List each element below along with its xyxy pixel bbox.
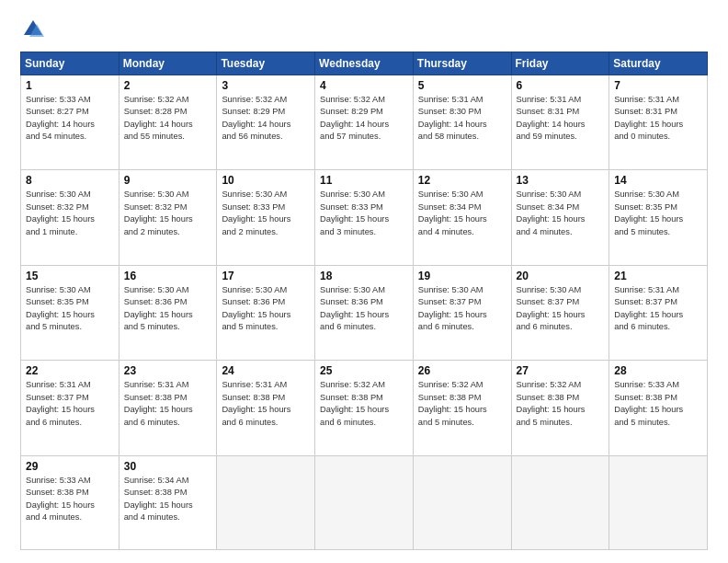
calendar-cell: 15 Sunrise: 5:30 AMSunset: 8:35 PMDaylig…	[21, 265, 119, 360]
day-header-monday: Monday	[119, 52, 217, 75]
day-number: 7	[614, 79, 702, 92]
day-info: Sunrise: 5:30 AMSunset: 8:36 PMDaylight:…	[222, 284, 310, 334]
day-number: 14	[614, 174, 702, 187]
day-number: 11	[320, 174, 408, 187]
calendar-cell	[413, 455, 511, 549]
week-row-3: 15 Sunrise: 5:30 AMSunset: 8:35 PMDaylig…	[21, 265, 708, 360]
calendar-cell	[315, 455, 414, 549]
day-info: Sunrise: 5:32 AMSunset: 8:38 PMDaylight:…	[517, 379, 605, 429]
calendar-cell: 4 Sunrise: 5:32 AMSunset: 8:29 PMDayligh…	[315, 75, 414, 170]
day-info: Sunrise: 5:30 AMSunset: 8:36 PMDaylight:…	[320, 284, 408, 334]
calendar-cell: 17 Sunrise: 5:30 AMSunset: 8:36 PMDaylig…	[217, 265, 315, 360]
calendar-cell: 26 Sunrise: 5:32 AMSunset: 8:38 PMDaylig…	[413, 361, 511, 455]
day-info: Sunrise: 5:33 AMSunset: 8:38 PMDaylight:…	[26, 475, 114, 524]
calendar-cell: 23 Sunrise: 5:31 AMSunset: 8:38 PMDaylig…	[119, 361, 217, 455]
calendar-cell: 27 Sunrise: 5:32 AMSunset: 8:38 PMDaylig…	[511, 361, 609, 455]
day-number: 19	[418, 270, 506, 282]
calendar-cell: 9 Sunrise: 5:30 AMSunset: 8:32 PMDayligh…	[119, 170, 217, 265]
day-number: 23	[124, 364, 212, 377]
week-row-4: 22 Sunrise: 5:31 AMSunset: 8:37 PMDaylig…	[21, 361, 708, 455]
day-number: 26	[418, 364, 506, 377]
day-number: 13	[517, 174, 605, 187]
day-info: Sunrise: 5:32 AMSunset: 8:29 PMDaylight:…	[222, 94, 310, 144]
calendar-cell: 25 Sunrise: 5:32 AMSunset: 8:38 PMDaylig…	[315, 361, 414, 455]
calendar-cell	[217, 455, 315, 549]
week-row-2: 8 Sunrise: 5:30 AMSunset: 8:32 PMDayligh…	[21, 170, 708, 265]
day-number: 18	[320, 270, 408, 282]
day-info: Sunrise: 5:30 AMSunset: 8:35 PMDaylight:…	[614, 189, 702, 238]
calendar-header-row: SundayMondayTuesdayWednesdayThursdayFrid…	[21, 52, 708, 75]
header	[20, 17, 708, 42]
day-info: Sunrise: 5:30 AMSunset: 8:32 PMDaylight:…	[124, 189, 212, 238]
day-number: 22	[26, 364, 114, 377]
day-info: Sunrise: 5:30 AMSunset: 8:37 PMDaylight:…	[418, 284, 506, 334]
calendar-cell: 29 Sunrise: 5:33 AMSunset: 8:38 PMDaylig…	[21, 455, 119, 549]
day-number: 17	[222, 270, 310, 282]
calendar-cell: 2 Sunrise: 5:32 AMSunset: 8:28 PMDayligh…	[119, 75, 217, 170]
logo	[20, 17, 50, 42]
calendar-cell: 5 Sunrise: 5:31 AMSunset: 8:30 PMDayligh…	[413, 75, 511, 170]
day-number: 29	[26, 460, 114, 473]
calendar-cell: 3 Sunrise: 5:32 AMSunset: 8:29 PMDayligh…	[217, 75, 315, 170]
day-number: 16	[124, 270, 212, 282]
day-header-sunday: Sunday	[21, 52, 119, 75]
calendar-cell: 14 Sunrise: 5:30 AMSunset: 8:35 PMDaylig…	[609, 170, 708, 265]
day-header-friday: Friday	[511, 52, 609, 75]
day-number: 27	[517, 364, 605, 377]
week-row-1: 1 Sunrise: 5:33 AMSunset: 8:27 PMDayligh…	[21, 75, 708, 170]
day-info: Sunrise: 5:31 AMSunset: 8:30 PMDaylight:…	[418, 94, 506, 144]
day-number: 8	[26, 174, 114, 187]
day-header-tuesday: Tuesday	[217, 52, 315, 75]
week-row-5: 29 Sunrise: 5:33 AMSunset: 8:38 PMDaylig…	[21, 455, 708, 549]
calendar-cell: 28 Sunrise: 5:33 AMSunset: 8:38 PMDaylig…	[609, 361, 708, 455]
day-info: Sunrise: 5:30 AMSunset: 8:33 PMDaylight:…	[320, 189, 408, 238]
day-header-thursday: Thursday	[413, 52, 511, 75]
page: SundayMondayTuesdayWednesdayThursdayFrid…	[0, 0, 728, 563]
day-info: Sunrise: 5:31 AMSunset: 8:31 PMDaylight:…	[517, 94, 605, 144]
day-info: Sunrise: 5:30 AMSunset: 8:34 PMDaylight:…	[517, 189, 605, 238]
day-header-wednesday: Wednesday	[315, 52, 414, 75]
day-info: Sunrise: 5:31 AMSunset: 8:31 PMDaylight:…	[614, 94, 702, 144]
day-number: 1	[26, 79, 114, 92]
day-number: 10	[222, 174, 310, 187]
day-number: 25	[320, 364, 408, 377]
day-info: Sunrise: 5:32 AMSunset: 8:28 PMDaylight:…	[124, 94, 212, 144]
logo-icon	[20, 17, 46, 42]
day-number: 28	[614, 364, 702, 377]
day-info: Sunrise: 5:31 AMSunset: 8:37 PMDaylight:…	[614, 284, 702, 334]
calendar-cell: 8 Sunrise: 5:30 AMSunset: 8:32 PMDayligh…	[21, 170, 119, 265]
day-number: 15	[26, 270, 114, 282]
day-info: Sunrise: 5:33 AMSunset: 8:38 PMDaylight:…	[614, 379, 702, 429]
calendar-cell: 6 Sunrise: 5:31 AMSunset: 8:31 PMDayligh…	[511, 75, 609, 170]
day-info: Sunrise: 5:30 AMSunset: 8:34 PMDaylight:…	[418, 189, 506, 238]
day-number: 12	[418, 174, 506, 187]
calendar-cell: 13 Sunrise: 5:30 AMSunset: 8:34 PMDaylig…	[511, 170, 609, 265]
day-info: Sunrise: 5:30 AMSunset: 8:35 PMDaylight:…	[26, 284, 114, 334]
day-number: 24	[222, 364, 310, 377]
day-info: Sunrise: 5:32 AMSunset: 8:38 PMDaylight:…	[320, 379, 408, 429]
calendar-cell: 22 Sunrise: 5:31 AMSunset: 8:37 PMDaylig…	[21, 361, 119, 455]
calendar-body: 1 Sunrise: 5:33 AMSunset: 8:27 PMDayligh…	[21, 75, 708, 550]
calendar-cell: 21 Sunrise: 5:31 AMSunset: 8:37 PMDaylig…	[609, 265, 708, 360]
calendar-cell	[511, 455, 609, 549]
day-header-saturday: Saturday	[609, 52, 708, 75]
day-number: 5	[418, 79, 506, 92]
day-info: Sunrise: 5:30 AMSunset: 8:37 PMDaylight:…	[517, 284, 605, 334]
calendar-cell: 24 Sunrise: 5:31 AMSunset: 8:38 PMDaylig…	[217, 361, 315, 455]
calendar-cell: 19 Sunrise: 5:30 AMSunset: 8:37 PMDaylig…	[413, 265, 511, 360]
calendar-cell: 20 Sunrise: 5:30 AMSunset: 8:37 PMDaylig…	[511, 265, 609, 360]
day-info: Sunrise: 5:30 AMSunset: 8:33 PMDaylight:…	[222, 189, 310, 238]
day-info: Sunrise: 5:31 AMSunset: 8:38 PMDaylight:…	[124, 379, 212, 429]
calendar-cell: 11 Sunrise: 5:30 AMSunset: 8:33 PMDaylig…	[315, 170, 414, 265]
day-info: Sunrise: 5:30 AMSunset: 8:36 PMDaylight:…	[124, 284, 212, 334]
day-number: 2	[124, 79, 212, 92]
calendar-cell	[609, 455, 708, 549]
day-number: 4	[320, 79, 408, 92]
day-info: Sunrise: 5:32 AMSunset: 8:29 PMDaylight:…	[320, 94, 408, 144]
calendar: SundayMondayTuesdayWednesdayThursdayFrid…	[20, 52, 708, 550]
day-info: Sunrise: 5:30 AMSunset: 8:32 PMDaylight:…	[26, 189, 114, 238]
calendar-cell: 30 Sunrise: 5:34 AMSunset: 8:38 PMDaylig…	[119, 455, 217, 549]
calendar-cell: 1 Sunrise: 5:33 AMSunset: 8:27 PMDayligh…	[21, 75, 119, 170]
day-number: 6	[517, 79, 605, 92]
day-number: 20	[517, 270, 605, 282]
